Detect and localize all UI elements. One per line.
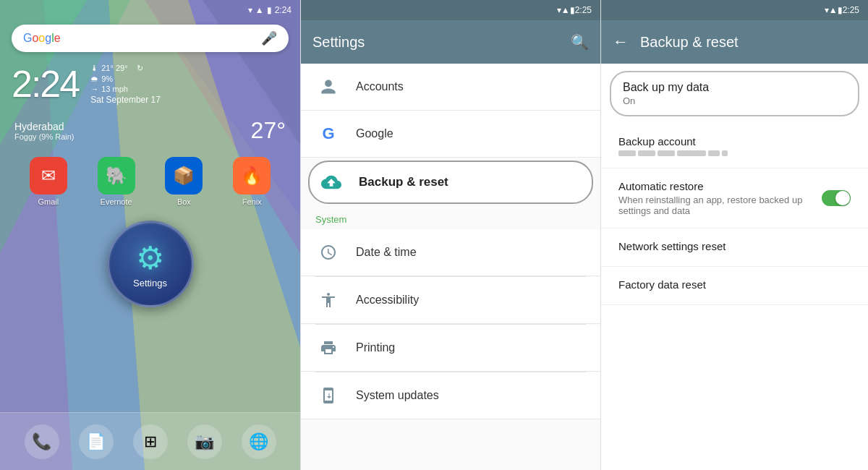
system-updates-icon bbox=[315, 383, 341, 409]
dock-notes[interactable]: 📄 bbox=[79, 424, 114, 459]
settings-item-datetime[interactable]: Date & time bbox=[301, 229, 600, 276]
automatic-restore-item[interactable]: Automatic restore When reinstalling an a… bbox=[601, 168, 868, 228]
backup-header-title: Backup & reset bbox=[640, 34, 739, 51]
accounts-label: Accounts bbox=[356, 80, 404, 93]
network-settings-reset-item[interactable]: Network settings reset bbox=[601, 228, 868, 267]
battery-icon: ▮ bbox=[267, 5, 272, 15]
settings-list: Accounts G Google Backup & reset System … bbox=[301, 64, 600, 470]
city-name: Hyderabad bbox=[14, 121, 75, 132]
google-label: Google bbox=[356, 127, 393, 140]
time-backup: 2:25 bbox=[843, 5, 859, 15]
backup-icon bbox=[318, 169, 344, 195]
dock-phone[interactable]: 📞 bbox=[25, 424, 59, 459]
google-logo: Google bbox=[23, 32, 61, 45]
signal-icon-settings: ▲ bbox=[561, 5, 570, 15]
refresh-icon: ↻ bbox=[137, 64, 143, 73]
fenix-label: Fenix bbox=[242, 197, 262, 206]
mic-icon[interactable]: 🎤 bbox=[261, 30, 277, 46]
thermometer-icon: 🌡 bbox=[90, 64, 98, 72]
wifi-icon: ▾ bbox=[248, 5, 252, 15]
battery-icon-backup: ▮ bbox=[838, 5, 843, 15]
gmail-label: Gmail bbox=[38, 197, 59, 206]
temp-range: 21° 29° bbox=[101, 64, 127, 72]
settings-app-label: Settings bbox=[133, 278, 167, 289]
backup-my-data-title: Back up my data bbox=[623, 81, 846, 94]
home-screen: ▾ ▲ ▮ 2:24 Google 🎤 2:24 🌡 21° 29° ↻ bbox=[0, 0, 300, 470]
city-condition: Foggy (9% Rain) bbox=[14, 132, 75, 141]
dock-chrome[interactable]: 🌐 bbox=[242, 424, 276, 459]
settings-item-printing[interactable]: Printing bbox=[301, 325, 600, 372]
signal-icon: ▲ bbox=[255, 5, 264, 15]
settings-item-google[interactable]: G Google bbox=[301, 111, 600, 158]
settings-item-accounts[interactable]: Accounts bbox=[301, 64, 600, 111]
backup-account-value bbox=[618, 150, 851, 156]
wind-speed: 13 mph bbox=[101, 85, 128, 93]
printing-icon bbox=[315, 335, 341, 361]
google-search-bar[interactable]: Google 🎤 bbox=[12, 25, 289, 52]
factory-data-reset-title: Factory data reset bbox=[618, 278, 851, 291]
settings-fab-area: ⚙ Settings bbox=[0, 221, 300, 307]
app-gmail[interactable]: ✉ Gmail bbox=[30, 157, 67, 206]
settings-item-accessibility[interactable]: Accessibility bbox=[301, 277, 600, 324]
datetime-label: Date & time bbox=[356, 246, 417, 259]
time-settings: 2:25 bbox=[575, 5, 592, 15]
app-evernote[interactable]: 🐘 Evernote bbox=[98, 157, 135, 206]
settings-header-title: Settings bbox=[312, 34, 365, 51]
accounts-icon bbox=[315, 74, 341, 100]
app-row: ✉ Gmail 🐘 Evernote 📦 Box 🔥 Fenix bbox=[0, 150, 300, 213]
backup-content: Back up my data On Backup account Automa… bbox=[601, 64, 868, 470]
system-section-header: System bbox=[301, 207, 600, 229]
bottom-dock: 📞 📄 ⊞ 📷 🌐 bbox=[0, 412, 300, 470]
settings-app-icon[interactable]: ⚙ Settings bbox=[107, 221, 194, 307]
system-updates-label: System updates bbox=[356, 389, 439, 402]
backup-status-bar: ▾ ▲ ▮ 2:25 bbox=[601, 0, 868, 20]
time-home: 2:24 bbox=[275, 5, 292, 15]
gear-icon: ⚙ bbox=[136, 239, 164, 276]
printing-label: Printing bbox=[356, 341, 395, 354]
backup-header: ← Backup & reset bbox=[601, 20, 868, 64]
settings-panel: ▾ ▲ ▮ 2:25 Settings 🔍 Accounts G Google … bbox=[300, 0, 600, 470]
datetime-icon bbox=[315, 239, 341, 265]
rain-icon: 🌧 bbox=[90, 74, 98, 83]
app-fenix[interactable]: 🔥 Fenix bbox=[233, 157, 271, 206]
status-bar-home: ▾ ▲ ▮ 2:24 bbox=[0, 0, 300, 20]
dock-apps[interactable]: ⊞ bbox=[133, 424, 168, 459]
battery-icon-settings: ▮ bbox=[570, 5, 575, 15]
backup-label: Backup & reset bbox=[359, 175, 448, 189]
backup-my-data-subtitle: On bbox=[623, 95, 846, 106]
toggle-knob bbox=[835, 191, 850, 205]
automatic-restore-subtitle: When reinstalling an app, restore backed… bbox=[618, 195, 813, 216]
settings-item-system-updates[interactable]: System updates bbox=[301, 372, 600, 419]
city-temp: 27° bbox=[251, 117, 286, 144]
app-box[interactable]: 📦 Box bbox=[165, 157, 203, 206]
weather-widget: 2:24 🌡 21° 29° ↻ 🌧 9% → 13 mph Sat Septe… bbox=[0, 56, 300, 111]
automatic-restore-title: Automatic restore bbox=[618, 180, 813, 192]
automatic-restore-toggle[interactable] bbox=[822, 190, 851, 206]
settings-item-backup[interactable]: Backup & reset bbox=[308, 161, 593, 204]
accessibility-icon bbox=[315, 287, 341, 313]
backup-panel: ▾ ▲ ▮ 2:25 ← Backup & reset Back up my d… bbox=[600, 0, 868, 470]
backup-account-item[interactable]: Backup account bbox=[601, 124, 868, 168]
settings-header: Settings 🔍 bbox=[301, 20, 600, 64]
network-settings-reset-title: Network settings reset bbox=[618, 240, 851, 252]
factory-data-reset-item[interactable]: Factory data reset bbox=[601, 267, 868, 305]
evernote-label: Evernote bbox=[101, 197, 132, 206]
rain-pct: 9% bbox=[101, 74, 113, 83]
search-icon[interactable]: 🔍 bbox=[571, 33, 589, 51]
signal-icon-backup: ▲ bbox=[829, 5, 838, 15]
settings-status-bar: ▾ ▲ ▮ 2:25 bbox=[301, 0, 600, 20]
dock-camera[interactable]: 📷 bbox=[187, 424, 222, 459]
date-display: Sat September 17 bbox=[90, 95, 161, 105]
backup-my-data-item[interactable]: Back up my data On bbox=[610, 71, 859, 116]
box-label: Box bbox=[177, 197, 191, 206]
clock-display: 2:24 bbox=[12, 62, 79, 106]
wind-icon: → bbox=[90, 85, 98, 93]
city-weather: Hyderabad Foggy (9% Rain) 27° bbox=[0, 111, 300, 150]
back-button[interactable]: ← bbox=[613, 33, 629, 51]
accessibility-label: Accessibility bbox=[356, 294, 419, 307]
google-icon: G bbox=[315, 121, 341, 147]
backup-account-title: Backup account bbox=[618, 135, 851, 148]
